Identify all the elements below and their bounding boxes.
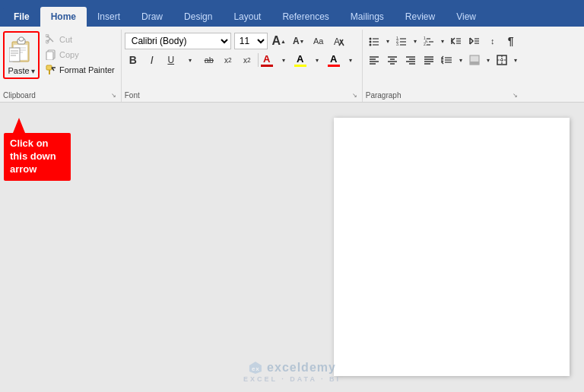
paste-button[interactable]: Paste ▾: [3, 31, 40, 79]
line-spacing-button[interactable]: [439, 52, 455, 68]
scissors-icon: [46, 34, 56, 45]
subscript-button[interactable]: x2: [220, 52, 236, 68]
tab-insert[interactable]: Insert: [87, 7, 131, 27]
decrease-indent-icon: [450, 35, 462, 47]
font-row1: Calibri (Body) 11 A▲ A▼ Aa A: [125, 33, 359, 49]
clipboard-group-content: Paste ▾ Cut: [3, 31, 118, 90]
font-family-select[interactable]: Calibri (Body): [125, 33, 231, 49]
paste-icon: [8, 34, 35, 66]
ribbon: Paste ▾ Cut: [0, 27, 584, 103]
copy-icon: [46, 49, 56, 60]
superscript-button[interactable]: x2: [239, 52, 256, 68]
font-row2: B I U ▾ ab x2 x2 A ▾: [125, 52, 359, 68]
shading-button[interactable]: [466, 52, 483, 68]
paragraph-group: ▾ 1. 2. 3. ▾: [363, 30, 522, 102]
doc-page-container[interactable]: [319, 103, 584, 392]
increase-indent-icon: [468, 35, 481, 47]
doc-page[interactable]: [334, 118, 570, 376]
tab-references[interactable]: References: [271, 7, 339, 27]
annotation-callout: Click on this down arrow: [4, 133, 71, 181]
clipboard-group-label: Clipboard ↘: [3, 90, 118, 102]
document-area: [0, 103, 584, 392]
svg-rect-7: [9, 48, 20, 62]
annotation-text: Click on this down arrow: [10, 138, 56, 175]
borders-icon: [496, 54, 508, 66]
show-formatting-button[interactable]: ¶: [503, 33, 519, 49]
borders-dropdown[interactable]: ▾: [512, 52, 519, 68]
underline-dropdown[interactable]: ▾: [182, 52, 198, 68]
decrease-indent-button[interactable]: [448, 33, 465, 49]
align-left-icon: [368, 54, 380, 66]
tab-draw[interactable]: Draw: [131, 7, 173, 27]
highlight-dropdown[interactable]: ▾: [309, 52, 325, 68]
numbering-button[interactable]: 1. 2. 3.: [393, 33, 410, 49]
svg-rect-16: [46, 52, 53, 60]
font-shrink-button[interactable]: A▼: [290, 33, 307, 49]
italic-button[interactable]: I: [144, 52, 160, 68]
highlight-color-group[interactable]: A: [294, 53, 306, 67]
svg-rect-17: [46, 65, 52, 70]
tab-file[interactable]: File: [3, 7, 40, 27]
font-divider: [258, 53, 259, 67]
shading-dropdown[interactable]: ▾: [484, 52, 492, 68]
clipboard-small-buttons: Cut Copy: [43, 31, 118, 77]
paragraph-expand-icon[interactable]: ↘: [513, 92, 518, 99]
sort-button[interactable]: ↕: [484, 33, 501, 49]
font-color-dropdown[interactable]: ▾: [275, 52, 292, 68]
font-size-select[interactable]: 11: [234, 33, 268, 49]
bullets-button[interactable]: [366, 33, 382, 49]
align-left-button[interactable]: [366, 52, 382, 68]
paste-dropdown-arrow[interactable]: ▾: [31, 67, 35, 75]
tab-review[interactable]: Review: [395, 7, 446, 27]
numbering-icon: 1. 2. 3.: [395, 35, 408, 47]
borders-button[interactable]: [494, 52, 510, 68]
cut-button[interactable]: Cut: [43, 33, 118, 46]
format-painter-button[interactable]: Format Painter: [43, 63, 118, 77]
paste-icon-svg: [9, 36, 33, 65]
clear-formatting-icon: A: [332, 35, 344, 47]
underline-button[interactable]: U: [163, 52, 179, 68]
paragraph-group-content: ▾ 1. 2. 3. ▾: [366, 31, 519, 90]
svg-text:2.: 2.: [424, 42, 427, 46]
align-center-button[interactable]: [384, 52, 401, 68]
font-group-content: Calibri (Body) 11 A▲ A▼ Aa A: [125, 31, 359, 90]
tab-mailings[interactable]: Mailings: [340, 7, 395, 27]
para-row1: ▾ 1. 2. 3. ▾: [366, 33, 519, 49]
svg-text:A: A: [334, 36, 340, 47]
strikethrough-button[interactable]: ab: [201, 52, 217, 68]
tab-layout[interactable]: Layout: [223, 7, 271, 27]
font-expand-icon[interactable]: ↘: [352, 92, 357, 99]
font-controls: Calibri (Body) 11 A▲ A▼ Aa A: [125, 31, 359, 70]
font-color2-group[interactable]: A: [328, 53, 340, 67]
ribbon-tabs: File Home Insert Draw Design Layout Refe…: [0, 0, 584, 27]
change-case-button[interactable]: Aa: [310, 33, 327, 49]
line-spacing-dropdown[interactable]: ▾: [457, 52, 465, 68]
copy-button[interactable]: Copy: [43, 48, 118, 62]
multilevel-button[interactable]: 1. a. 2.: [421, 33, 437, 49]
font-group-label: Font ↘: [125, 90, 359, 102]
font-grow-button[interactable]: A▲: [271, 33, 287, 49]
justify-icon: [423, 54, 435, 66]
numbering-dropdown[interactable]: ▾: [411, 33, 419, 49]
font-color-label: A: [263, 53, 270, 65]
copy-label: Copy: [59, 50, 79, 59]
justify-button[interactable]: [421, 52, 437, 68]
cut-label: Cut: [59, 35, 72, 44]
font-color-group[interactable]: A: [261, 53, 273, 67]
clear-formatting-button[interactable]: A: [330, 33, 347, 49]
clipboard-expand-icon[interactable]: ↘: [111, 92, 116, 99]
svg-point-28: [369, 44, 371, 46]
bullets-dropdown[interactable]: ▾: [384, 33, 392, 49]
font-color2-dropdown[interactable]: ▾: [342, 52, 359, 68]
increase-indent-button[interactable]: [466, 33, 483, 49]
font-color2-label: A: [330, 53, 337, 65]
bold-button[interactable]: B: [125, 52, 141, 68]
tab-home[interactable]: Home: [40, 7, 87, 27]
align-right-button[interactable]: [402, 52, 419, 68]
bullets-icon: [368, 35, 380, 47]
tab-view[interactable]: View: [446, 7, 487, 27]
align-right-icon: [405, 54, 417, 66]
paragraph-controls: ▾ 1. 2. 3. ▾: [366, 31, 519, 70]
multilevel-dropdown[interactable]: ▾: [439, 33, 446, 49]
tab-design[interactable]: Design: [173, 7, 223, 27]
